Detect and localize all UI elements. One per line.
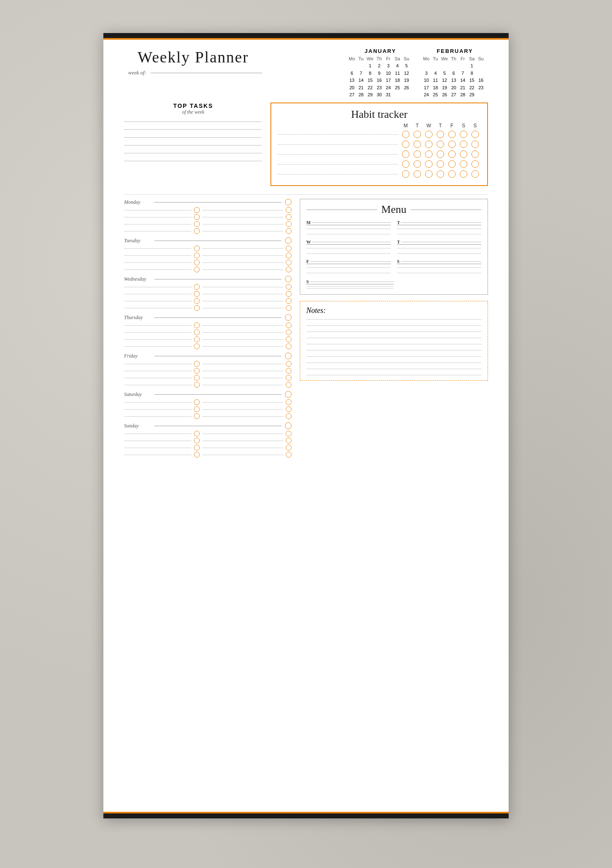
day-circle-end[interactable]	[286, 452, 292, 458]
habit-circle[interactable]	[448, 170, 456, 178]
day-circle[interactable]	[194, 305, 200, 311]
day-circle[interactable]	[194, 452, 200, 458]
day-circle[interactable]	[194, 343, 200, 349]
habit-circle[interactable]	[425, 150, 433, 158]
habit-circle[interactable]	[402, 131, 409, 138]
habit-circle[interactable]	[437, 131, 444, 138]
habit-circle[interactable]	[402, 141, 409, 148]
habit-circle[interactable]	[448, 131, 456, 138]
habit-circle[interactable]	[402, 170, 409, 178]
habit-circle[interactable]	[448, 160, 456, 168]
habit-circle[interactable]	[425, 141, 433, 148]
day-circle[interactable]	[194, 329, 200, 335]
habit-circle[interactable]	[460, 141, 467, 148]
day-circle-end[interactable]	[286, 361, 292, 367]
habit-days-header: M T W T F S S	[277, 123, 481, 129]
tuesday-circle[interactable]	[285, 237, 292, 244]
habit-circle[interactable]	[437, 170, 444, 178]
habit-circle[interactable]	[471, 131, 479, 138]
day-circle[interactable]	[194, 221, 200, 227]
day-row	[124, 445, 292, 451]
day-circle-end[interactable]	[286, 284, 292, 290]
habit-circle[interactable]	[471, 150, 479, 158]
day-circle[interactable]	[194, 336, 200, 342]
habit-circle[interactable]	[460, 170, 467, 178]
day-circle-end[interactable]	[286, 253, 292, 258]
habit-circle[interactable]	[448, 141, 456, 148]
habit-circle[interactable]	[437, 150, 444, 158]
day-circle-end[interactable]	[286, 343, 292, 349]
day-circle[interactable]	[194, 322, 200, 328]
day-circle-end[interactable]	[286, 438, 292, 444]
day-circle-end[interactable]	[286, 246, 292, 251]
day-circle-end[interactable]	[286, 399, 292, 405]
day-circle-end[interactable]	[286, 322, 292, 328]
day-circle-end[interactable]	[286, 336, 292, 342]
day-circle[interactable]	[194, 375, 200, 381]
day-circle-end[interactable]	[286, 406, 292, 412]
day-circle-end[interactable]	[286, 291, 292, 297]
habit-circle[interactable]	[402, 160, 409, 168]
saturday-circle[interactable]	[285, 391, 292, 398]
day-circle-end[interactable]	[286, 305, 292, 311]
habit-circle[interactable]	[414, 141, 421, 148]
day-circle[interactable]	[194, 431, 200, 436]
menu-saturday: S	[397, 259, 481, 275]
day-circle[interactable]	[194, 291, 200, 297]
habit-circle[interactable]	[460, 160, 467, 168]
habit-circle[interactable]	[471, 141, 479, 148]
day-circle-end[interactable]	[286, 260, 292, 265]
day-circle-end[interactable]	[286, 431, 292, 436]
sunday-circle[interactable]	[285, 422, 292, 429]
day-circle-end[interactable]	[286, 228, 292, 234]
day-circle[interactable]	[194, 214, 200, 220]
day-circle[interactable]	[194, 228, 200, 234]
day-circle-end[interactable]	[286, 413, 292, 419]
day-circle-end[interactable]	[286, 368, 292, 374]
day-circle[interactable]	[194, 413, 200, 419]
day-circle-end[interactable]	[286, 382, 292, 388]
habit-circle[interactable]	[425, 170, 433, 178]
day-circle[interactable]	[194, 368, 200, 374]
day-circle[interactable]	[194, 260, 200, 265]
habit-circle[interactable]	[414, 160, 421, 168]
day-circle[interactable]	[194, 445, 200, 451]
habit-circle[interactable]	[471, 170, 479, 178]
day-circle-end[interactable]	[286, 267, 292, 272]
day-row	[124, 267, 292, 272]
thursday-circle[interactable]	[285, 314, 292, 321]
day-circle[interactable]	[194, 207, 200, 213]
day-circle[interactable]	[194, 406, 200, 412]
day-circle[interactable]	[194, 267, 200, 272]
day-circle-end[interactable]	[286, 375, 292, 381]
day-circle[interactable]	[194, 253, 200, 258]
day-circle[interactable]	[194, 361, 200, 367]
habit-circle[interactable]	[414, 170, 421, 178]
day-circle[interactable]	[194, 382, 200, 388]
day-circle[interactable]	[194, 284, 200, 290]
day-circle-end[interactable]	[286, 445, 292, 451]
day-circle[interactable]	[194, 399, 200, 405]
day-circle[interactable]	[194, 438, 200, 444]
habit-circle[interactable]	[425, 131, 433, 138]
day-circle-end[interactable]	[286, 214, 292, 220]
habit-circle[interactable]	[471, 160, 479, 168]
habit-circle[interactable]	[414, 131, 421, 138]
habit-circle[interactable]	[437, 141, 444, 148]
day-circle-end[interactable]	[286, 207, 292, 213]
habit-circle[interactable]	[402, 150, 409, 158]
monday-circle[interactable]	[285, 199, 292, 205]
habit-circle[interactable]	[425, 160, 433, 168]
day-circle-end[interactable]	[286, 221, 292, 227]
wednesday-circle[interactable]	[285, 276, 292, 282]
habit-circle[interactable]	[437, 160, 444, 168]
friday-circle[interactable]	[285, 353, 292, 359]
day-circle[interactable]	[194, 298, 200, 304]
habit-circle[interactable]	[460, 131, 467, 138]
habit-circle[interactable]	[460, 150, 467, 158]
day-circle[interactable]	[194, 246, 200, 251]
habit-circle[interactable]	[448, 150, 456, 158]
day-circle-end[interactable]	[286, 329, 292, 335]
day-circle-end[interactable]	[286, 298, 292, 304]
habit-circle[interactable]	[414, 150, 421, 158]
